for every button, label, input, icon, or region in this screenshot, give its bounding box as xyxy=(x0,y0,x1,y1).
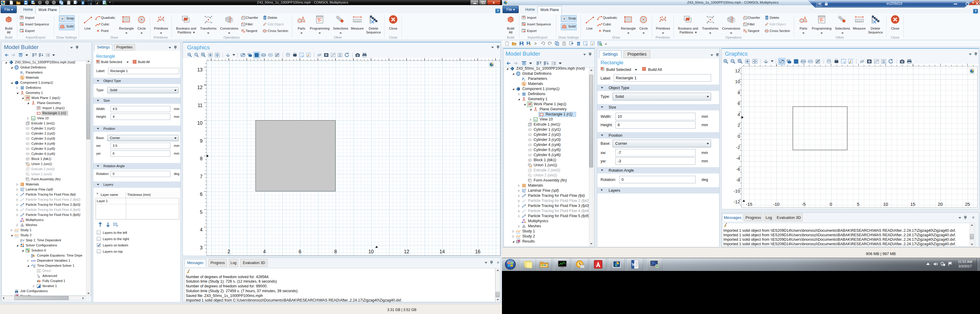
svg-text:i: i xyxy=(524,78,525,81)
svg-text:P: P xyxy=(522,77,524,81)
svg-text:xy: xy xyxy=(32,117,34,120)
svg-text:at: at xyxy=(31,256,33,258)
svg-text:i: i xyxy=(23,72,24,75)
svg-text:P: P xyxy=(20,70,22,75)
svg-text:u,v,w: u,v,w xyxy=(31,260,35,262)
svg-text:W: W xyxy=(632,263,636,267)
svg-text:xy: xy xyxy=(534,118,537,121)
svg-text:au: au xyxy=(31,253,33,256)
